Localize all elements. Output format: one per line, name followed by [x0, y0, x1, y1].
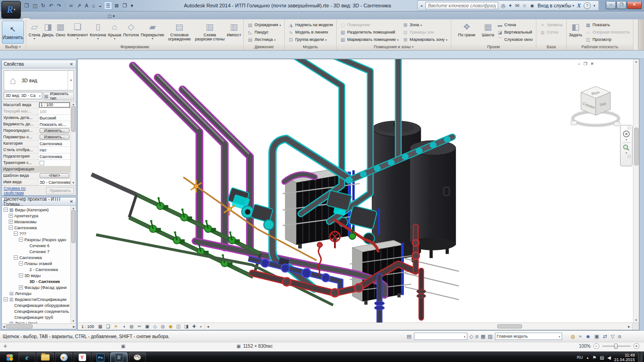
steering-wheel-icon[interactable]	[622, 130, 630, 138]
worksets-icon[interactable]: ▤	[407, 334, 411, 339]
background-processes-icon[interactable]: ◍	[571, 334, 575, 339]
section-icon[interactable]: ◒	[97, 2, 103, 9]
tree-item[interactable]: − Сантехника	[2, 225, 70, 231]
view-restore-icon[interactable]: ❐	[583, 62, 587, 66]
taskbar-paint[interactable]	[129, 352, 146, 362]
property-row[interactable]: Категория Сантехника	[2, 141, 70, 147]
ribbon-button[interactable]: ▨ Границы зон	[402, 29, 448, 35]
design-options-icon[interactable]: ▨	[488, 334, 492, 339]
property-row[interactable]: Стиль отобра... Нет	[2, 147, 70, 153]
zoom-slider-thumb[interactable]	[614, 344, 618, 349]
apply-button[interactable]: Применить	[46, 187, 74, 194]
subscription-icon[interactable]: ✦	[508, 3, 512, 9]
ribbon-button[interactable]: ◮ Надпись на модели	[287, 22, 334, 28]
text-icon[interactable]: A	[83, 2, 89, 9]
reveal-hidden-elements-icon[interactable]: ◉	[167, 324, 174, 329]
panel-caption-workplane[interactable]: Рабочая плоскость	[567, 44, 633, 50]
visual-style-icon[interactable]: ❑	[105, 324, 112, 329]
close-inactive-windows-icon[interactable]: ⊠	[113, 2, 120, 9]
view-close-icon[interactable]: ✕	[590, 62, 594, 66]
tree-item[interactable]: − Сантехника	[2, 255, 70, 260]
panel-caption-select[interactable]: Выбор▾	[0, 44, 26, 50]
tree-item[interactable]: − ▥ Ведомости/Спецификации	[2, 296, 70, 302]
help-caret-icon[interactable]: ▾	[593, 4, 595, 8]
ribbon-button[interactable]: ◧ Задать	[568, 20, 583, 44]
panel-caption-build[interactable]: Формирование	[26, 44, 243, 50]
taskbar-internet-explorer[interactable]: e	[18, 352, 35, 362]
search-icon[interactable]: ◎	[501, 3, 506, 9]
select-pinned-icon[interactable]: ▣	[594, 334, 599, 339]
thin-lines-icon[interactable]: ☰	[104, 1, 112, 10]
property-row[interactable]: Текущий мас... 100	[2, 108, 70, 115]
restore-button[interactable]: ❐	[616, 2, 627, 9]
temporary-hide-isolate-icon[interactable]: ◎	[160, 324, 167, 329]
ribbon-button[interactable]: ◫ Просмотр	[584, 36, 631, 43]
property-row[interactable]: Имя вида 3D - Сантехника	[2, 179, 70, 185]
property-row[interactable]: Масштаб вида 1 : 100	[2, 102, 70, 108]
ribbon-button[interactable]: ▦ Шахта	[481, 20, 495, 44]
application-menu-button[interactable]: R ▾	[1, 1, 21, 18]
crop-view-icon[interactable]: ✂	[136, 324, 143, 329]
ribbon-button[interactable]: ⌒ Слуховое окно	[496, 36, 534, 43]
vertical-scrollbar[interactable]: ▲ ▼	[633, 59, 639, 322]
save-icon[interactable]: ◫	[31, 2, 39, 9]
tree-item[interactable]: + Механизмы	[2, 219, 70, 225]
hscroll-thumb[interactable]	[497, 324, 522, 328]
tree-expander-icon[interactable]: +	[19, 285, 23, 289]
select-links-icon[interactable]: ≈	[579, 334, 581, 339]
default-3d-view-icon[interactable]: ⌂	[91, 2, 97, 9]
ribbon-button[interactable]: ◇ Потолок	[122, 20, 140, 44]
tree-item[interactable]: Спецификация оборудовани	[2, 302, 70, 308]
tree-item[interactable]: ▧ Листы (все)	[2, 320, 70, 323]
ribbon-button[interactable]: ▧ Маркировать помещение ▾	[339, 36, 400, 43]
panel-caption-opening[interactable]: Проем	[451, 44, 536, 50]
communication-center-icon[interactable]: ✉	[515, 3, 519, 9]
zoom-icon[interactable]	[623, 144, 630, 151]
close-icon[interactable]: ✕	[69, 199, 74, 204]
ribbon-button[interactable]: ▢ Помещение	[339, 22, 400, 28]
taskbar-windows-explorer[interactable]	[37, 352, 54, 362]
capture-monitor-icon[interactable]: ▣	[121, 344, 125, 349]
tree-expander-icon[interactable]: −	[14, 255, 18, 260]
ribbon-button[interactable]: ▯ Колонна ▾	[89, 20, 107, 44]
exchange-apps-icon[interactable]: X	[577, 2, 581, 9]
ribbon-button[interactable]: ⊡ Группа модели ▾	[287, 36, 334, 43]
view-minimize-icon[interactable]: –	[578, 62, 580, 66]
ribbon-state-icon[interactable]: ▢ ▾	[108, 14, 115, 19]
workset-combo[interactable]: ▾	[414, 333, 467, 340]
infocenter-collapse-icon[interactable]: ▸	[421, 4, 423, 8]
drag-selection-icon[interactable]: ⇄	[603, 334, 607, 339]
undo-icon[interactable]: ↶	[48, 2, 55, 9]
project-browser-header[interactable]: Диспетчер проектов - ИТП Голицы... ✕	[2, 198, 76, 206]
tree-item[interactable]: Спецификация труб	[2, 314, 70, 320]
temporary-view-properties-icon[interactable]: ◨	[183, 324, 190, 329]
sign-in-button[interactable]: Вход в службы▾	[538, 3, 575, 8]
ribbon-button[interactable]: ▱ Опорная плоскость	[584, 29, 631, 35]
properties-header[interactable]: Свойства ✕	[2, 60, 76, 68]
editing-requests-icon[interactable]: ◇	[470, 334, 473, 339]
select-underlay-icon[interactable]: ☻	[585, 334, 591, 339]
ribbon-button[interactable]: ◺ Пандус	[246, 29, 282, 35]
tree-item[interactable]: Сечение 7	[2, 249, 70, 255]
ribbon-button[interactable]: ◨ Дверь	[41, 20, 55, 44]
measure-icon[interactable]: ≍	[68, 2, 75, 9]
ribbon-button[interactable]: ▤ Лестница ▾	[246, 36, 282, 43]
tree-item[interactable]: − Планы этажей	[2, 260, 70, 266]
ribbon-button[interactable]: ⌂ Крыша ▾	[107, 20, 122, 44]
properties-help-link[interactable]: Справка по свойствам	[4, 186, 46, 195]
taskbar-revit[interactable]: R	[110, 352, 127, 362]
filter-icon[interactable]: ▽	[611, 334, 615, 339]
help-icon[interactable]: ?	[584, 2, 591, 9]
zoom-caret-icon[interactable]: ▾	[626, 152, 627, 154]
ribbon-button[interactable]: ▥ Схема разрезки стены	[194, 20, 226, 44]
chevron-down-icon[interactable]: ▾	[68, 71, 74, 90]
close-button[interactable]: ✕	[627, 2, 642, 9]
property-row[interactable]: Параметры о... Изменить...	[2, 134, 70, 141]
drawing-area[interactable]: – ❐ ✕ Верх Справа Зад	[77, 59, 639, 330]
steering-wheel-caret-icon[interactable]: ▾	[626, 138, 627, 141]
ribbon-button[interactable]: ◪ Вертикальный	[496, 29, 534, 35]
ribbon-button[interactable]: ❏ Компонент ▾	[66, 20, 89, 44]
ribbon-button[interactable]: ▬ Стена	[496, 22, 534, 28]
type-selector[interactable]: ⌂ 3D вид ▾	[4, 70, 74, 90]
start-button[interactable]	[2, 351, 17, 362]
